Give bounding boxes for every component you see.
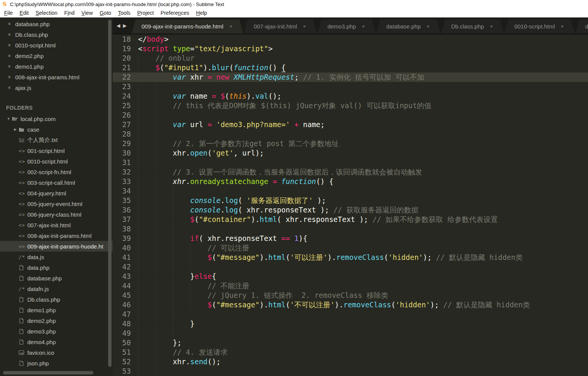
tree-item[interactable]: 个人简介.txt bbox=[0, 135, 113, 145]
tab[interactable]: 007-ajax-init.html× bbox=[244, 19, 317, 33]
menu-item-help[interactable]: Help bbox=[193, 10, 211, 16]
code-line[interactable]: 36console.log( xhr.responseText ); // 获取… bbox=[113, 205, 588, 215]
tab-scroll-right-button[interactable]: ▶ bbox=[123, 23, 127, 28]
tree-item[interactable]: demo2.php bbox=[0, 315, 113, 326]
code-line[interactable]: 23 bbox=[113, 82, 588, 91]
menu-item-goto[interactable]: Goto bbox=[96, 10, 115, 16]
code-line[interactable]: 38 bbox=[113, 224, 588, 234]
code-line[interactable]: 41$("#message").html('可以注册').removeClass… bbox=[113, 253, 588, 262]
close-icon[interactable]: × bbox=[7, 32, 12, 37]
code-line[interactable]: 22var xhr = new XMLHttpRequest; // 1. 实例… bbox=[113, 72, 588, 82]
code-line[interactable]: 46$("#message").html('不可以注册').removeClas… bbox=[113, 300, 588, 310]
code-line[interactable]: 19<script type="text/javascript"> bbox=[113, 44, 588, 53]
close-icon[interactable]: × bbox=[7, 74, 12, 80]
close-icon[interactable]: × bbox=[7, 64, 12, 69]
code-editor[interactable]: 18</body>19<script type="text/javascript… bbox=[113, 35, 588, 376]
code-line[interactable]: 25// this 代表是DOM对象 $(this) jQuery对象 val(… bbox=[113, 101, 588, 110]
tree-item[interactable]: data.php bbox=[0, 262, 113, 273]
tree-item[interactable]: favicon.ico bbox=[0, 347, 113, 358]
code-line[interactable]: 39if( xhr.responseText == 1){ bbox=[113, 234, 588, 243]
tab[interactable]: demo3.php× bbox=[318, 19, 376, 33]
code-line[interactable]: 49 bbox=[113, 329, 588, 338]
tab[interactable]: 009-ajax-init-params-huode.html× bbox=[132, 19, 243, 33]
close-icon[interactable]: × bbox=[228, 24, 233, 29]
chevron-down-icon[interactable]: ▼ bbox=[5, 117, 12, 121]
code-line[interactable]: 20// onblur bbox=[113, 53, 588, 63]
tree-item[interactable]: demo4.php bbox=[0, 337, 113, 347]
menu-item-tools[interactable]: Tools bbox=[115, 10, 134, 16]
tree-item[interactable]: demo3.php bbox=[0, 326, 113, 337]
tree-item[interactable]: <>008-ajax-init-params.html bbox=[0, 230, 113, 241]
code-line[interactable]: 45// jQuery 1. 链式操作 2. removeClass 移除类 bbox=[113, 291, 588, 300]
tree-item[interactable]: <>004-jquery.html bbox=[0, 188, 113, 198]
code-line[interactable]: 53 bbox=[113, 367, 588, 376]
menu-item-selection[interactable]: Selection bbox=[32, 10, 61, 16]
open-file-item[interactable]: ×demo1.php bbox=[0, 61, 113, 72]
menu-item-view[interactable]: View bbox=[78, 10, 96, 16]
code-line[interactable]: 32// 3. 设置一个回调函数，当服务器返回数据后，该回调函数就会被自动触发 bbox=[113, 167, 588, 177]
menu-item-edit[interactable]: Edit bbox=[16, 10, 32, 16]
open-file-item[interactable]: ×ajax.js bbox=[0, 82, 113, 93]
tab-scroll-left-button[interactable]: ◀ bbox=[116, 23, 120, 28]
close-icon[interactable]: × bbox=[361, 24, 366, 29]
tree-item[interactable]: demo1.php bbox=[0, 305, 113, 315]
tree-item[interactable]: ▼local.php.com bbox=[0, 113, 113, 124]
code-line[interactable]: 21$("#input1").blur(function() { bbox=[113, 63, 588, 72]
menu-item-preferences[interactable]: Preferences bbox=[157, 10, 193, 16]
close-icon[interactable]: × bbox=[7, 21, 12, 27]
close-icon[interactable]: × bbox=[7, 53, 12, 58]
chevron-right-icon[interactable]: ▶ bbox=[12, 127, 19, 131]
tree-item[interactable]: <>009-ajax-init-params-huode.ht bbox=[0, 241, 113, 252]
code-line[interactable]: 26 bbox=[113, 110, 588, 120]
tree-item[interactable]: <>003-script-call.html bbox=[0, 177, 113, 188]
open-file-item[interactable]: ×database.php bbox=[0, 19, 113, 29]
menu-item-find[interactable]: Find bbox=[61, 10, 78, 16]
code-line[interactable]: 51// 4. 发送请求 bbox=[113, 348, 588, 357]
tree-item[interactable]: <>002-script-fn.html bbox=[0, 167, 113, 177]
close-icon[interactable]: × bbox=[560, 24, 565, 29]
tree-item[interactable]: <>006-jquery-class.html bbox=[0, 209, 113, 220]
close-icon[interactable]: × bbox=[489, 24, 494, 29]
tab[interactable]: database.php× bbox=[376, 19, 440, 33]
code-line[interactable]: 44// 不能注册 bbox=[113, 281, 588, 291]
tree-item[interactable]: <>0010-script.html bbox=[0, 156, 113, 167]
code-line[interactable]: 29// 2. 第一个参数方法get post 第二个参数地址 bbox=[113, 139, 588, 148]
tree-item[interactable]: json.php bbox=[0, 358, 113, 368]
tree-item[interactable]: /*data.js bbox=[0, 252, 113, 262]
open-file-item[interactable]: ×008-ajax-init-params.html bbox=[0, 72, 113, 82]
menu-item-file[interactable]: File bbox=[1, 10, 16, 16]
tree-item[interactable]: ▶case bbox=[0, 124, 113, 135]
code-line[interactable]: 50}; bbox=[113, 338, 588, 348]
tree-item[interactable]: /*datafn.js bbox=[0, 283, 113, 294]
code-line[interactable]: 42 bbox=[113, 262, 588, 272]
code-line[interactable]: 18</body> bbox=[113, 35, 588, 44]
code-line[interactable]: 33xhr.onreadystatechange = function() { bbox=[113, 177, 588, 186]
tree-item[interactable]: Db.class.php bbox=[0, 294, 113, 305]
code-line[interactable]: 40// 可以注册 bbox=[113, 243, 588, 253]
code-line[interactable]: 35console.log( '服务器返回数据了' ); bbox=[113, 196, 588, 205]
code-line[interactable]: 28 bbox=[113, 129, 588, 139]
open-file-item[interactable]: ×0010-script.html bbox=[0, 40, 113, 50]
tab[interactable]: 0010-script.html× bbox=[505, 19, 575, 33]
sidebar-horizontal-scrollbar[interactable] bbox=[3, 371, 93, 374]
tree-item[interactable]: <>007-ajax-init.html bbox=[0, 220, 113, 230]
code-line[interactable]: 24var name = $(this).val(); bbox=[113, 91, 588, 101]
close-icon[interactable]: × bbox=[7, 85, 12, 90]
code-line[interactable]: 30xhr.open('get', url); bbox=[113, 148, 588, 158]
open-file-item[interactable]: ×Db.class.php bbox=[0, 29, 113, 40]
tree-item[interactable]: <>005-jquery-event.html bbox=[0, 198, 113, 209]
code-line[interactable]: 43}else{ bbox=[113, 272, 588, 281]
tree-item[interactable]: <>001-script.html bbox=[0, 145, 113, 156]
close-icon[interactable]: × bbox=[302, 24, 307, 29]
code-line[interactable]: 31 bbox=[113, 158, 588, 167]
tab[interactable]: Db.class.php× bbox=[441, 19, 504, 33]
close-icon[interactable]: × bbox=[7, 42, 12, 48]
tree-item[interactable]: database.php bbox=[0, 273, 113, 283]
sidebar-vertical-scrollbar[interactable] bbox=[108, 20, 112, 367]
close-icon[interactable]: × bbox=[426, 24, 431, 29]
tab[interactable]: demo2.php bbox=[575, 19, 588, 33]
open-file-item[interactable]: ×demo2.php bbox=[0, 50, 113, 61]
code-line[interactable]: 34 bbox=[113, 186, 588, 196]
menu-item-project[interactable]: Project bbox=[134, 10, 157, 16]
code-line[interactable]: 27var url = 'demo3.php?name=' + name; bbox=[113, 120, 588, 129]
